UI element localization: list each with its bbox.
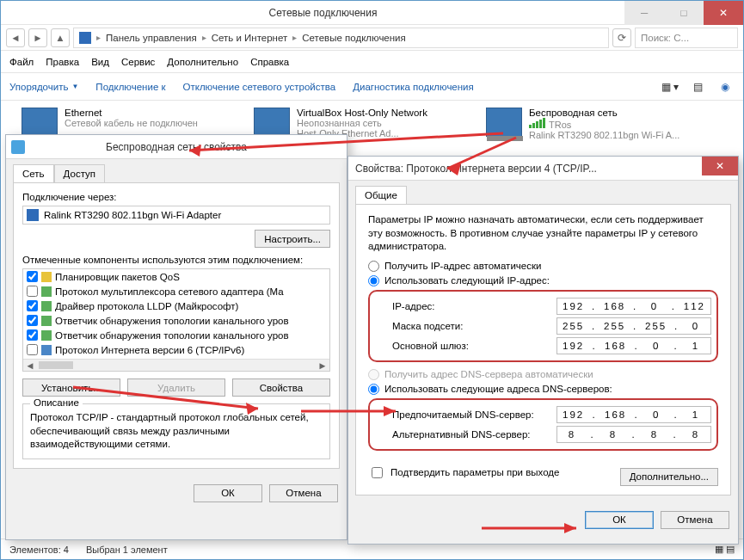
tool-diagnose[interactable]: Диагностика подключения [353, 82, 474, 92]
refresh-button[interactable]: ⟳ [612, 28, 631, 47]
tab-network[interactable]: Сеть [13, 164, 54, 182]
view-icon[interactable]: ▦ ▾ [661, 77, 679, 96]
breadcrumb-part[interactable]: Панель управления [106, 33, 197, 43]
list-item[interactable]: Протокол мультиплексора сетевого адаптер… [23, 284, 329, 298]
component-icon [41, 286, 52, 297]
menu-bar: Файл Правка Вид Сервис Дополнительно Спр… [1, 51, 743, 73]
forward-button[interactable]: ► [28, 28, 47, 47]
up-button[interactable]: ▲ [51, 28, 70, 47]
description-group: Описание Протокол TCP/IP - стандартный п… [22, 403, 330, 459]
radio-ip-manual[interactable]: Использовать следующий IP-адрес: [368, 275, 718, 286]
navigation-bar: ◄ ► ▲ ▸ Панель управления ▸ Сеть и Интер… [1, 25, 743, 51]
remove-button: Удалить [127, 378, 225, 397]
component-icon [41, 301, 52, 311]
horizontal-scrollbar[interactable]: ◄► [23, 359, 329, 371]
radio-ip-auto[interactable]: Получить IP-адрес автоматически [368, 261, 718, 272]
component-icon [41, 272, 52, 282]
network-adapter-icon [254, 108, 290, 137]
signal-icon [529, 118, 545, 128]
install-button[interactable]: Установить... [22, 378, 120, 397]
tab-body-general: Параметры IP можно назначать автоматичес… [355, 204, 731, 495]
component-icon [41, 316, 52, 326]
adapter-field[interactable]: Ralink RT3290 802.11bgn Wi-Fi Adapter [22, 206, 330, 225]
menu-file[interactable]: Файл [9, 57, 34, 67]
dns2-input[interactable]: 8.8.8.8 [556, 426, 711, 443]
view-mode-icon[interactable]: ▦ ▤ [715, 544, 735, 555]
cancel-button[interactable]: Отмена [661, 511, 729, 529]
menu-edit[interactable]: Правка [46, 57, 79, 67]
status-selected: Выбран 1 элемент [86, 545, 168, 555]
back-button[interactable]: ◄ [6, 28, 25, 47]
window-title: Сетевые подключения [22, 7, 624, 19]
menu-tools[interactable]: Сервис [121, 57, 155, 67]
tab-body-network: Подключение через: Ralink RT3290 802.11b… [13, 182, 340, 469]
wifi-icon [11, 140, 25, 154]
radio-dns-manual[interactable]: Использовать следующие адреса DNS-сервер… [368, 384, 718, 395]
status-count: Элементов: 4 [9, 545, 69, 555]
maximize-button[interactable]: □ [664, 1, 704, 25]
highlight-ip-block: IP-адрес: 192.168.0.112 Маска подсети: 2… [368, 290, 718, 362]
adapter-icon [27, 209, 39, 221]
dialog-ipv4-properties: Свойства: Протокол Интернета версии 4 (T… [347, 156, 739, 545]
confirm-on-exit[interactable]: Подтвердить параметры при выходе Дополни… [368, 459, 718, 486]
search-input[interactable]: Поиск: С... [635, 28, 738, 48]
close-button[interactable]: ✕ [702, 157, 738, 175]
connection-wireless[interactable]: Беспроводная сеть TRos Ralink RT3290 802… [483, 104, 723, 144]
ok-button[interactable]: ОК [585, 511, 654, 529]
dialog-adapter-properties: Беспроводная сеть: свойства Сеть Доступ … [5, 134, 347, 540]
dialog-title: Беспроводная сеть: свойства [6, 135, 347, 159]
dialog-title: Свойства: Протокол Интернета версии 4 (T… [348, 157, 738, 181]
tab-general[interactable]: Общие [355, 186, 407, 204]
list-item[interactable]: Ответчик обнаружения топологии канальног… [23, 313, 329, 328]
tab-sharing[interactable]: Доступ [54, 164, 105, 182]
components-list[interactable]: Планировщик пакетов QoS Протокол мультип… [22, 268, 330, 372]
highlight-dns-block: Предпочитаемый DNS-сервер: 192.168.0.1 А… [368, 398, 718, 451]
breadcrumb-part[interactable]: Сетевые подключения [302, 33, 406, 43]
menu-view[interactable]: Вид [91, 57, 109, 67]
breadcrumb-part[interactable]: Сеть и Интернет [212, 33, 288, 43]
network-adapter-icon [486, 108, 522, 137]
advanced-button[interactable]: Дополнительно... [620, 468, 718, 486]
tool-organize[interactable]: Упорядочить▼ [9, 82, 78, 92]
titlebar: Сетевые подключения ─ □ ✕ [1, 1, 743, 25]
menu-help[interactable]: Справка [250, 57, 289, 67]
menu-advanced[interactable]: Дополнительно [167, 57, 238, 67]
list-item[interactable]: Ответчик обнаружения топологии канальног… [23, 328, 329, 342]
component-icon [41, 330, 52, 341]
subnet-mask-input[interactable]: 255.255.255.0 [556, 317, 711, 335]
dns1-input[interactable]: 192.168.0.1 [556, 406, 711, 423]
cancel-button[interactable]: Отмена [269, 484, 338, 502]
configure-button[interactable]: Настроить... [255, 230, 330, 248]
list-item[interactable]: Протокол Интернета версии 6 (TCP/IPv6) [23, 342, 329, 357]
preview-pane-icon[interactable]: ▤ [688, 77, 707, 96]
breadcrumb[interactable]: ▸ Панель управления ▸ Сеть и Интернет ▸ … [73, 28, 609, 48]
list-item[interactable]: Планировщик пакетов QoS [23, 269, 329, 284]
network-adapter-icon [22, 108, 58, 137]
component-icon [41, 345, 52, 355]
properties-button[interactable]: Свойства [232, 378, 330, 397]
help-icon[interactable]: ◉ [716, 77, 735, 96]
ok-button[interactable]: ОК [194, 484, 262, 502]
gateway-input[interactable]: 192.168.0.1 [556, 337, 711, 354]
ip-address-input[interactable]: 192.168.0.112 [556, 298, 711, 315]
tool-disable[interactable]: Отключение сетевого устройства [183, 82, 336, 92]
radio-dns-auto: Получить адрес DNS-сервера автоматически [368, 369, 718, 380]
close-button[interactable]: ✕ [704, 1, 743, 25]
tool-connect[interactable]: Подключение к [95, 82, 165, 92]
minimize-button[interactable]: ─ [624, 1, 664, 25]
control-panel-icon [79, 32, 91, 44]
list-item[interactable]: Драйвер протокола LLDP (Майкрософт) [23, 298, 329, 313]
toolbar: Упорядочить▼ Подключение к Отключение се… [1, 73, 743, 101]
